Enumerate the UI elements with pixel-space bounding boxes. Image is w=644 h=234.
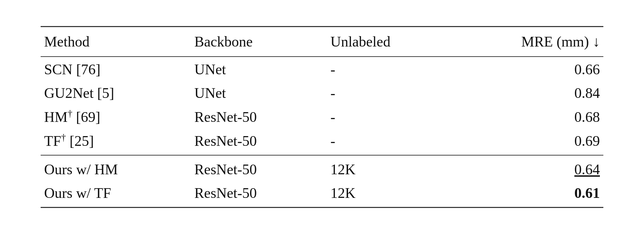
table-row: Ours w/ HM ResNet-50 12K 0.64 — [41, 155, 603, 181]
cell-mre: 0.84 — [452, 81, 603, 105]
cell-backbone: ResNet-50 — [184, 155, 320, 181]
cell-unlabeled: - — [320, 129, 452, 155]
cell-mre: 0.61 — [452, 181, 603, 208]
cell-mre: 0.69 — [452, 129, 603, 155]
col-header-mre: MRE (mm) ↓ — [452, 27, 603, 57]
cell-unlabeled: 12K — [320, 181, 452, 208]
cell-method: Ours w/ TF — [41, 181, 184, 208]
cell-method: GU2Net [5] — [41, 81, 184, 105]
cell-method: HM† [69] — [41, 105, 184, 129]
cell-backbone: ResNet-50 — [184, 105, 320, 129]
table-row: Ours w/ TF ResNet-50 12K 0.61 — [41, 181, 603, 208]
cell-method: TF† [25] — [41, 129, 184, 155]
cell-method: Ours w/ HM — [41, 155, 184, 181]
cell-backbone: UNet — [184, 57, 320, 81]
cell-unlabeled: 12K — [320, 155, 452, 181]
cell-unlabeled: - — [320, 105, 452, 129]
cell-backbone: ResNet-50 — [184, 129, 320, 155]
col-header-unlabeled: Unlabeled — [320, 27, 452, 57]
table-row: SCN [76] UNet - 0.66 — [41, 57, 603, 81]
cell-backbone: ResNet-50 — [184, 181, 320, 208]
table-container: Method Backbone Unlabeled MRE (mm) ↓ SCN… — [27, 19, 617, 215]
table-header-row: Method Backbone Unlabeled MRE (mm) ↓ — [41, 27, 603, 57]
col-header-method: Method — [41, 27, 184, 57]
table-row: GU2Net [5] UNet - 0.84 — [41, 81, 603, 105]
results-table: Method Backbone Unlabeled MRE (mm) ↓ SCN… — [41, 26, 603, 208]
col-header-backbone: Backbone — [184, 27, 320, 57]
table-row: TF† [25] ResNet-50 - 0.69 — [41, 129, 603, 155]
cell-backbone: UNet — [184, 81, 320, 105]
cell-unlabeled: - — [320, 81, 452, 105]
cell-mre: 0.68 — [452, 105, 603, 129]
cell-unlabeled: - — [320, 57, 452, 81]
cell-mre: 0.64 — [452, 155, 603, 181]
cell-mre: 0.66 — [452, 57, 603, 81]
cell-method: SCN [76] — [41, 57, 184, 81]
table-row: HM† [69] ResNet-50 - 0.68 — [41, 105, 603, 129]
